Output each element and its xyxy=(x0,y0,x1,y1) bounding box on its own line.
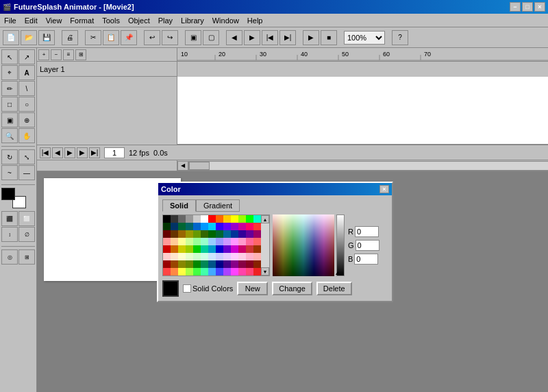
menu-play[interactable]: Play xyxy=(154,16,177,25)
palette-cell[interactable] xyxy=(186,215,193,223)
last-button[interactable]: ▶| xyxy=(279,30,296,45)
tab-gradient[interactable]: Gradient xyxy=(196,199,240,212)
palette-cell[interactable] xyxy=(238,260,246,268)
palette-cell[interactable] xyxy=(193,238,201,245)
palette-cell[interactable] xyxy=(171,260,178,268)
palette-cell[interactable] xyxy=(193,253,201,260)
group-button[interactable]: ▣ xyxy=(185,30,201,45)
palette-cell[interactable] xyxy=(223,260,231,268)
palette-cell[interactable] xyxy=(186,268,193,275)
palette-cell[interactable] xyxy=(246,223,253,230)
menu-object[interactable]: Object xyxy=(124,16,154,25)
palette-cell[interactable] xyxy=(216,260,223,268)
palette-cell[interactable] xyxy=(253,260,261,268)
palette-cell[interactable] xyxy=(238,230,246,238)
palette-cell[interactable] xyxy=(223,253,231,260)
palette-cell[interactable] xyxy=(186,260,193,268)
line-tool[interactable]: \ xyxy=(18,81,35,96)
add-layer-btn[interactable]: + xyxy=(38,49,49,60)
alpha-bar[interactable] xyxy=(336,215,345,276)
palette-cell[interactable] xyxy=(223,223,231,230)
frame-prev-btn[interactable]: ◀ xyxy=(52,147,63,158)
palette-cell[interactable] xyxy=(223,268,231,275)
palette-cell[interactable] xyxy=(246,253,253,260)
palette-cell[interactable] xyxy=(178,260,186,268)
h-scroll-track[interactable] xyxy=(188,161,548,171)
palette-cell[interactable] xyxy=(201,260,208,268)
menu-view[interactable]: View xyxy=(42,16,66,25)
palette-cell[interactable] xyxy=(208,238,216,245)
delete-button[interactable]: Delete xyxy=(316,282,352,295)
palette-cell[interactable] xyxy=(193,260,201,268)
palette-cell[interactable] xyxy=(178,245,186,253)
palette-cell[interactable] xyxy=(171,223,178,230)
palette-cell[interactable] xyxy=(246,230,253,238)
palette-cell[interactable] xyxy=(163,223,171,230)
b-input[interactable] xyxy=(354,254,378,265)
palette-cell[interactable] xyxy=(201,215,208,223)
text-tool[interactable]: A xyxy=(18,65,35,80)
eyedrop-tool[interactable]: ⊕ xyxy=(18,112,35,127)
menu-file[interactable]: File xyxy=(0,16,21,25)
palette-cell[interactable] xyxy=(238,215,246,223)
palette-cell[interactable] xyxy=(201,230,208,238)
palette-cell[interactable] xyxy=(223,215,231,223)
palette-cell[interactable] xyxy=(193,215,201,223)
palette-cell[interactable] xyxy=(193,223,201,230)
palette-cell[interactable] xyxy=(178,230,186,238)
straighten-tool[interactable]: — xyxy=(18,165,35,180)
tab-solid[interactable]: Solid xyxy=(162,199,196,212)
hand-tool[interactable]: ✋ xyxy=(18,128,35,143)
palette-cell[interactable] xyxy=(216,223,223,230)
back-button[interactable]: ◀ xyxy=(226,30,242,45)
rotate-tool[interactable]: ↻ xyxy=(1,149,18,164)
palette-cell[interactable] xyxy=(238,268,246,275)
palette-cell[interactable] xyxy=(171,268,178,275)
frame-back-btn[interactable]: |◀ xyxy=(40,147,51,158)
palette-cell[interactable] xyxy=(163,230,171,238)
layer-options-btn[interactable]: ≡ xyxy=(63,49,74,60)
palette-cell[interactable] xyxy=(178,268,186,275)
ellipse-tool[interactable]: ○ xyxy=(18,97,35,112)
g-input[interactable] xyxy=(356,240,379,251)
palette-cell[interactable] xyxy=(223,238,231,245)
arrow-tool[interactable]: ↖ xyxy=(1,49,18,64)
dialog-title-bar[interactable]: Color × xyxy=(158,183,392,195)
frame-number-input[interactable] xyxy=(104,147,125,158)
zoom-tool[interactable]: 🔍 xyxy=(1,128,18,143)
palette-scroll-down[interactable]: ▼ xyxy=(261,267,269,275)
palette-cell[interactable] xyxy=(246,215,253,223)
palette-cell[interactable] xyxy=(201,268,208,275)
palette-cell[interactable] xyxy=(238,253,246,260)
first-button[interactable]: |◀ xyxy=(262,30,278,45)
palette-cell[interactable] xyxy=(231,215,238,223)
color-tool-1[interactable]: ⬛ xyxy=(1,211,18,226)
pencil-tool[interactable]: ✏ xyxy=(1,81,18,96)
palette-cell[interactable] xyxy=(208,215,216,223)
rect-tool[interactable]: □ xyxy=(1,97,18,112)
palette-cell[interactable] xyxy=(246,245,253,253)
palette-cell[interactable] xyxy=(231,253,238,260)
subselect-tool[interactable]: ↗ xyxy=(18,49,35,64)
palette-cell[interactable] xyxy=(201,253,208,260)
undo-button[interactable]: ↩ xyxy=(144,30,160,45)
palette-cell[interactable] xyxy=(253,253,261,260)
palette-cell[interactable] xyxy=(253,223,261,230)
palette-cell[interactable] xyxy=(163,268,171,275)
palette-cell[interactable] xyxy=(178,238,186,245)
cut-button[interactable]: ✂ xyxy=(85,30,101,45)
palette-cell[interactable] xyxy=(253,230,261,238)
palette-cell[interactable] xyxy=(246,268,253,275)
palette-cell[interactable] xyxy=(223,230,231,238)
palette-cell[interactable] xyxy=(253,238,261,245)
palette-cell[interactable] xyxy=(216,238,223,245)
delete-layer-btn[interactable]: − xyxy=(51,49,62,60)
open-button[interactable]: 📂 xyxy=(21,30,37,45)
palette-scroll-up[interactable]: ▲ xyxy=(261,215,269,223)
palette-cell[interactable] xyxy=(216,245,223,253)
solid-colors-checkbox[interactable] xyxy=(183,284,191,293)
menu-library[interactable]: Library xyxy=(177,16,208,25)
frame-next-btn[interactable]: ▶ xyxy=(77,147,88,158)
paste-button[interactable]: 📌 xyxy=(121,30,137,45)
palette-cell[interactable] xyxy=(201,223,208,230)
